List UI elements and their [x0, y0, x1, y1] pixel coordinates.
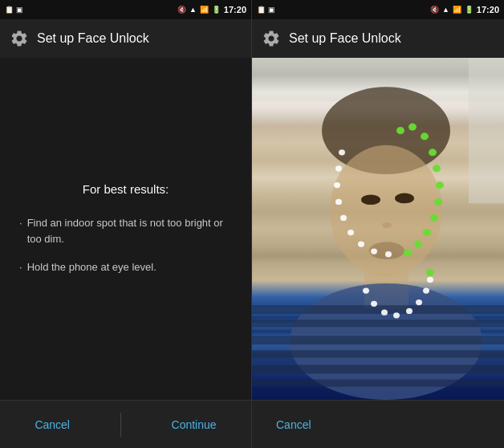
svg-point-13: [382, 222, 392, 228]
status-icons-right-left: 📋 ▣: [257, 6, 275, 14]
instruction-text-1: Find an indoor spot that is not too brig…: [27, 215, 232, 246]
cancel-button-left[interactable]: Cancel: [15, 412, 89, 438]
bottom-bar-left: Cancel Continue: [0, 400, 251, 448]
svg-point-17: [335, 165, 342, 171]
svg-rect-9: [252, 365, 504, 373]
svg-point-29: [406, 308, 413, 314]
app-header-right: Set up Face Unlock: [252, 19, 504, 58]
svg-point-36: [434, 198, 442, 206]
continue-button[interactable]: Continue: [152, 412, 236, 438]
svg-point-34: [433, 165, 441, 172]
bullet-1: ·: [19, 215, 22, 246]
svg-rect-10: [252, 380, 504, 387]
notification-icon: 📋: [5, 6, 14, 14]
svg-point-42: [408, 124, 417, 131]
signal-icon: 📶: [200, 6, 209, 14]
instruction-text-2: Hold the phone at eye level.: [27, 259, 156, 275]
svg-point-41: [396, 127, 404, 134]
svg-rect-5: [252, 305, 504, 314]
svg-point-43: [421, 132, 429, 140]
svg-point-21: [348, 230, 354, 235]
bullet-2: ·: [19, 259, 22, 275]
svg-point-20: [340, 215, 347, 221]
gear-icon: [10, 29, 29, 48]
sd-icon: ▣: [16, 6, 23, 14]
svg-rect-15: [469, 58, 504, 203]
svg-point-22: [358, 241, 364, 246]
svg-point-12: [395, 193, 414, 204]
instruction-item-2: · Hold the phone at eye level.: [19, 259, 232, 275]
right-phone-screen: 📋 ▣ 🔇 ▲ 📶 🔋 17:20 Set up Face Unlock: [252, 0, 504, 448]
svg-point-44: [426, 269, 434, 276]
mute-icon: 🔇: [177, 6, 186, 14]
app-title-left: Set up Face Unlock: [37, 31, 149, 46]
mute-icon-right: 🔇: [430, 6, 439, 14]
svg-point-35: [436, 181, 444, 189]
svg-point-28: [393, 312, 400, 318]
status-icons-left: 📋 ▣: [5, 6, 23, 14]
app-header-left: Set up Face Unlock: [0, 19, 251, 58]
content-area-left: For best results: · Find an indoor spot …: [0, 58, 251, 400]
svg-point-19: [335, 199, 342, 205]
battery-icon-right: 🔋: [465, 6, 474, 14]
svg-point-32: [427, 277, 433, 283]
status-bar-right: 📋 ▣ 🔇 ▲ 📶 🔋 17:20: [252, 0, 504, 19]
svg-point-23: [371, 248, 377, 254]
status-time: 17:20: [224, 5, 246, 14]
notification-icon-right: 📋: [257, 6, 266, 14]
wifi-icon-right: ▲: [442, 6, 449, 14]
svg-point-30: [416, 299, 422, 305]
app-title-right: Set up Face Unlock: [289, 31, 401, 46]
svg-point-11: [361, 194, 380, 205]
battery-icon: 🔋: [212, 6, 221, 14]
svg-point-40: [404, 249, 412, 256]
best-results-label: For best results:: [19, 182, 232, 196]
svg-point-16: [339, 149, 345, 155]
svg-point-24: [385, 251, 392, 257]
svg-point-26: [371, 301, 377, 307]
instruction-item-1: · Find an indoor spot that is not too br…: [19, 215, 232, 246]
svg-point-25: [363, 287, 369, 293]
signal-icon-right: 📶: [453, 6, 461, 14]
svg-point-27: [381, 310, 388, 316]
camera-area: [252, 58, 504, 400]
status-bar-left: 📋 ▣ 🔇 ▲ 📶 🔋 17:20: [0, 0, 251, 19]
svg-point-37: [430, 214, 438, 222]
svg-rect-6: [252, 320, 504, 327]
sd-icon-right: ▣: [268, 6, 275, 14]
svg-rect-8: [252, 350, 504, 357]
status-time-right: 17:20: [477, 5, 499, 14]
gear-icon-right: [262, 29, 281, 48]
bottom-bar-right: Cancel: [252, 400, 504, 448]
wifi-icon: ▲: [189, 6, 197, 14]
cancel-button-right[interactable]: Cancel: [276, 412, 311, 438]
svg-point-33: [429, 149, 437, 156]
left-phone-screen: 📋 ▣ 🔇 ▲ 📶 🔋 17:20 Set up Face Unlock For…: [0, 0, 252, 448]
svg-point-31: [423, 287, 429, 293]
svg-point-18: [334, 182, 340, 188]
svg-rect-7: [252, 336, 504, 344]
svg-point-39: [414, 241, 422, 248]
divider-left: [120, 413, 121, 437]
instruction-list: · Find an indoor spot that is not too br…: [19, 215, 232, 275]
face-detection-overlay: [252, 58, 504, 400]
svg-point-38: [423, 229, 431, 236]
